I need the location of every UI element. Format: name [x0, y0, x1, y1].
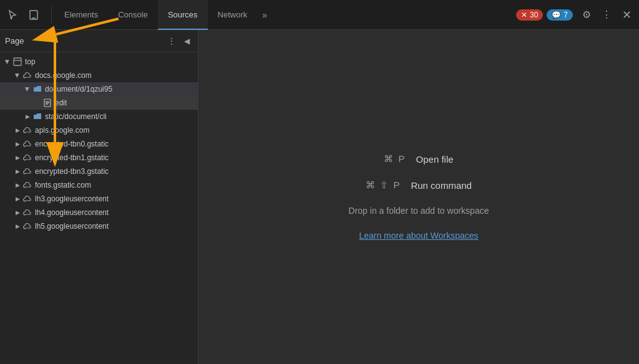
tree-arrow-static: ▶ — [22, 112, 32, 122]
tree-label-enc3: encrypted-tbn3.gstatic — [35, 167, 109, 176]
cloud-icon-fonts — [22, 180, 32, 190]
panel-collapse-button[interactable]: ◀ — [180, 35, 193, 47]
shortcut-run-command: ⌘ ⇧ P Run command — [366, 180, 472, 191]
panel-title: Page — [5, 36, 163, 46]
tab-console[interactable]: Console — [108, 0, 158, 30]
file-icon-edit — [42, 98, 52, 108]
frame-icon — [12, 57, 22, 67]
tree-arrow-fonts: ▶ — [12, 180, 22, 190]
main-content: Page ⋮ ◀ ▶ top — [0, 30, 639, 364]
tree-label-apis: apis.google.com — [35, 126, 89, 135]
tree-item-docid[interactable]: ▶ document/d/1qzui95 — [0, 82, 198, 96]
more-tabs-button[interactable]: » — [257, 10, 272, 20]
tree-arrow-enc0: ▶ — [12, 139, 22, 149]
tree-item-top[interactable]: ▶ top — [0, 55, 198, 69]
tree-arrow-lh5: ▶ — [12, 221, 22, 231]
file-tree[interactable]: ▶ top ▶ — [0, 52, 198, 364]
tree-label-docs: docs.google.com — [35, 71, 92, 80]
tree-arrow-docs: ▶ — [12, 70, 22, 80]
svg-rect-2 — [14, 58, 21, 65]
tree-item-docs[interactable]: ▶ docs.google.com — [0, 69, 198, 82]
shortcut-desc-shift-p: Run command — [411, 180, 472, 191]
cursor-icon[interactable] — [2, 5, 22, 25]
cloud-icon-apis — [22, 125, 32, 135]
tree-arrow-lh4: ▶ — [12, 208, 22, 218]
close-devtools-button[interactable]: ✕ — [617, 5, 637, 25]
tree-item-lh5[interactable]: ▶ lh5.googleusercontent — [0, 219, 198, 233]
tree-label-enc1: encrypted-tbn1.gstatic — [35, 153, 109, 162]
shortcut-open-file: ⌘ P Open file — [384, 153, 453, 165]
tab-elements[interactable]: Elements — [54, 0, 108, 30]
tree-item-lh3[interactable]: ▶ lh3.googleusercontent — [0, 192, 198, 206]
tree-arrow-apis: ▶ — [12, 125, 22, 135]
tree-item-enc0[interactable]: ▶ encrypted-tbn0.gstatic — [0, 137, 198, 151]
error-badge[interactable]: ✕ 30 — [516, 9, 543, 21]
folder-icon-static — [32, 112, 42, 122]
tree-label-lh3: lh3.googleusercontent — [35, 194, 109, 203]
tree-label-enc0: encrypted-tbn0.gstatic — [35, 140, 109, 148]
cloud-icon-lh3 — [22, 194, 32, 204]
tab-bar: Elements Console Sources Network » ✕ 30 … — [0, 0, 639, 30]
sources-panel: Page ⋮ ◀ ▶ top — [0, 30, 198, 364]
tree-label-static: static/document/cli — [45, 112, 107, 121]
tab-sources[interactable]: Sources — [158, 0, 208, 30]
tree-arrow-enc1: ▶ — [12, 153, 22, 163]
devtools-icons — [2, 5, 44, 25]
tree-arrow-docid: ▶ — [22, 84, 32, 94]
tree-label-edit: edit — [55, 98, 67, 107]
folder-icon-docid — [32, 84, 42, 94]
cloud-icon-lh5 — [22, 221, 32, 231]
tree-item-enc1[interactable]: ▶ encrypted-tbn1.gstatic — [0, 151, 198, 165]
tab-divider-1 — [51, 6, 52, 24]
panel-more-button[interactable]: ⋮ — [165, 35, 178, 47]
tree-item-static[interactable]: ▶ static/document/cli — [0, 110, 198, 123]
tree-item-edit[interactable]: ▶ edit — [0, 96, 198, 110]
tree-item-fonts[interactable]: ▶ fonts.gstatic.com — [0, 178, 198, 192]
error-x-icon: ✕ — [521, 11, 527, 19]
device-mock-icon[interactable] — [24, 5, 44, 25]
cloud-icon-enc1 — [22, 153, 32, 163]
shortcut-key-p: ⌘ P — [384, 153, 406, 165]
workspace-drop-text: Drop in a folder to add to workspace — [349, 206, 489, 216]
cloud-icon-enc3 — [22, 166, 32, 176]
cloud-icon-lh4 — [22, 208, 32, 218]
shortcut-key-shift-p: ⌘ ⇧ P — [366, 180, 401, 191]
tree-label-lh4: lh4.googleusercontent — [35, 208, 109, 217]
console-chat-icon: 💬 — [552, 11, 561, 19]
tree-item-enc3[interactable]: ▶ encrypted-tbn3.gstatic — [0, 165, 198, 178]
cloud-icon-enc0 — [22, 139, 32, 149]
cloud-icon-docs — [22, 70, 32, 80]
tree-arrow-lh3: ▶ — [12, 194, 22, 204]
workspace-learn-more-link[interactable]: Learn more about Workspaces — [359, 231, 478, 241]
tree-label-top: top — [25, 57, 36, 66]
panel-header: Page ⋮ ◀ — [0, 30, 198, 52]
more-options-button[interactable]: ⋮ — [597, 5, 617, 25]
tree-label-fonts: fonts.gstatic.com — [35, 181, 91, 189]
shortcut-desc-p: Open file — [416, 154, 454, 165]
tree-arrow-top: ▶ — [2, 57, 12, 67]
console-badge[interactable]: 💬 7 — [547, 9, 573, 21]
tab-network[interactable]: Network — [208, 0, 258, 30]
tree-item-apis[interactable]: ▶ apis.google.com — [0, 123, 198, 137]
tree-label-docid: document/d/1qzui95 — [45, 85, 112, 93]
workspace-panel: ⌘ P Open file ⌘ ⇧ P Run command Drop in … — [198, 30, 639, 364]
tree-item-lh4[interactable]: ▶ lh4.googleusercontent — [0, 206, 198, 219]
tree-arrow-enc3: ▶ — [12, 166, 22, 176]
settings-button[interactable]: ⚙ — [577, 5, 597, 25]
tree-label-lh5: lh5.googleusercontent — [35, 222, 109, 231]
